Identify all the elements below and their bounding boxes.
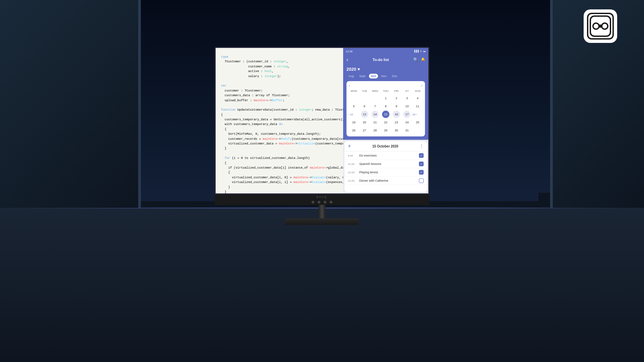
month-tabs[interactable]: Aug Sept Oct Nov Dec xyxy=(346,74,425,78)
monitor: type TCustomer : (customer_id : integer,… xyxy=(215,47,429,225)
cal-cell-7[interactable]: 7 xyxy=(371,103,379,110)
cal-cell-28[interactable]: 28 xyxy=(371,127,379,134)
oyo-logo xyxy=(587,13,614,40)
day-header-thu: THU xyxy=(380,89,391,93)
todo-text-1: Do exercises xyxy=(359,154,416,157)
cal-cell-9[interactable]: 9 xyxy=(393,103,400,110)
todo-time-1: 9:00 xyxy=(348,154,357,157)
todo-checkbox-1[interactable]: ✓ xyxy=(419,153,424,158)
battery-icon: ▬ xyxy=(423,50,426,53)
monitor-stand-base xyxy=(285,218,359,225)
wifi-icon: ⊙ xyxy=(420,50,422,53)
todo-text-4: Dinner with Catherine xyxy=(359,179,416,182)
cal-cell-23[interactable]: 23 xyxy=(393,119,400,126)
cal-cell-3[interactable]: 3 xyxy=(403,95,411,102)
todo-header: + 15 October 2020 ⋮ xyxy=(344,141,427,152)
todo-item-3: 21:00 Playing tennis ✓ xyxy=(344,168,427,177)
month-tab-aug[interactable]: Aug xyxy=(346,74,356,78)
cal-cell-16[interactable]: 16 xyxy=(393,111,400,118)
cal-cell-empty-end xyxy=(414,127,421,134)
monitor-screen: type TCustomer : (customer_id : integer,… xyxy=(215,47,429,194)
month-tab-oct[interactable]: Oct xyxy=(369,74,378,78)
todo-section: + 15 October 2020 ⋮ 9:00 Do exercises ✓ … xyxy=(344,141,427,192)
cal-cell-21[interactable]: 21 xyxy=(371,119,379,126)
cal-cell-29[interactable]: 29 xyxy=(382,127,389,134)
todo-item-2: 21:00 Spanish lessons ✓ xyxy=(344,160,427,168)
cal-cell-8[interactable]: 8 xyxy=(382,103,389,110)
cal-cell-14[interactable]: 14 xyxy=(371,111,379,118)
cal-cell-17[interactable]: 17 xyxy=(403,111,411,118)
cal-cell-11[interactable]: 11 xyxy=(414,103,421,110)
back-button[interactable]: ‹ xyxy=(346,57,348,63)
todo-text-2: Spanish lessons xyxy=(359,162,416,166)
day-header-fri: FRI xyxy=(391,89,402,93)
cal-days-grid: 1 2 3 4 5 6 7 8 9 10 11 ‹ 12 1 xyxy=(348,94,423,134)
cal-cell-5[interactable]: 5 xyxy=(350,103,358,110)
cal-cell-27[interactable]: 27 xyxy=(361,127,368,134)
phone-status-bar: 12:36 ▐▐▐ ⊙ ▬ xyxy=(343,48,428,55)
cal-cell-10[interactable]: 10 xyxy=(403,103,411,110)
calendar-grid: ‹ › MON TUE WED THU FRI ST SUN xyxy=(346,81,425,136)
calendar-section: 2020 ▾ Aug Sept Oct Nov Dec ‹ › xyxy=(343,65,428,140)
cal-prev-button[interactable]: ‹ xyxy=(348,83,351,88)
todo-checkbox-3[interactable]: ✓ xyxy=(419,170,424,175)
todo-checkbox-4[interactable] xyxy=(419,178,424,183)
add-todo-button[interactable]: + xyxy=(348,143,351,149)
bell-icon[interactable]: 🔔 xyxy=(421,57,425,62)
cal-cell-empty3 xyxy=(371,95,379,102)
cal-cell-15[interactable]: 15 xyxy=(382,111,389,118)
search-icon[interactable]: 🔍 xyxy=(413,57,418,62)
monitor-control-2[interactable] xyxy=(318,201,320,203)
day-header-sun: SUN xyxy=(412,89,423,93)
monitor-control-1[interactable] xyxy=(312,201,314,203)
code-editor[interactable]: type TCustomer : (customer_id : integer,… xyxy=(216,48,343,193)
day-header-st: ST xyxy=(402,89,413,93)
day-header-tue: TUE xyxy=(359,89,370,93)
phone-header: ‹ To-do list 🔍 🔔 xyxy=(343,55,428,65)
svg-point-18 xyxy=(602,23,608,29)
cal-cell-25[interactable]: 25 xyxy=(414,119,421,126)
signal-icon: ▐▐▐ xyxy=(414,50,419,53)
cal-cell-30[interactable]: 30 xyxy=(393,127,400,134)
month-tab-sept[interactable]: Sept xyxy=(357,74,368,78)
month-tab-nov[interactable]: Nov xyxy=(379,74,389,78)
cal-days-header: MON TUE WED THU FRI ST SUN xyxy=(348,89,423,93)
cal-cell-19[interactable]: 19 xyxy=(350,119,358,126)
svg-point-19 xyxy=(599,24,602,28)
todo-checkbox-2[interactable]: ✓ xyxy=(419,162,424,166)
monitor-brand: BenQ xyxy=(215,194,429,199)
monitor-control-4[interactable] xyxy=(330,201,332,203)
todo-menu-button[interactable]: ⋮ xyxy=(420,144,424,148)
cal-cell-empty2 xyxy=(361,95,368,102)
cal-cell-24[interactable]: 24 xyxy=(403,119,411,126)
day-header-wed: WED xyxy=(370,89,380,93)
cal-cell-20[interactable]: 20 xyxy=(361,119,368,126)
app-title: To-do list xyxy=(373,58,389,62)
cal-next-button[interactable]: › xyxy=(421,83,423,88)
monitor-stand-neck xyxy=(319,205,325,218)
year-row: 2020 ▾ xyxy=(346,67,425,72)
monitor-controls xyxy=(215,199,429,205)
todo-time-4: 21:00 xyxy=(348,179,357,182)
cal-cell-6[interactable]: 6 xyxy=(361,103,368,110)
cal-cell-2[interactable]: 2 xyxy=(393,95,400,102)
cal-cell-26[interactable]: 26 xyxy=(350,127,358,134)
calendar-year: 2020 ▾ xyxy=(346,67,360,72)
monitor-control-3[interactable] xyxy=(324,201,326,203)
status-time: 12:36 xyxy=(346,50,353,53)
cal-cell-4[interactable]: 4 xyxy=(414,95,421,102)
cal-cell-1[interactable]: 1 xyxy=(382,95,389,102)
cal-row-nav-left[interactable]: ‹ 12 xyxy=(348,110,359,118)
todo-selected-date: 15 October 2020 xyxy=(372,144,398,148)
cal-cell-22[interactable]: 22 xyxy=(382,119,389,126)
cal-cell-empty1 xyxy=(350,95,358,102)
month-tab-dec[interactable]: Dec xyxy=(390,74,399,78)
desk-surface xyxy=(0,208,644,362)
window-frame-left xyxy=(0,0,141,208)
svg-point-17 xyxy=(593,23,599,29)
cal-cell-31[interactable]: 31 xyxy=(403,127,411,134)
cal-cell-13[interactable]: 13 xyxy=(361,111,368,118)
cal-row-nav-right[interactable]: 18 › xyxy=(412,110,423,118)
todo-time-2: 21:00 xyxy=(348,163,357,166)
todo-item-1: 9:00 Do exercises ✓ xyxy=(344,152,427,160)
